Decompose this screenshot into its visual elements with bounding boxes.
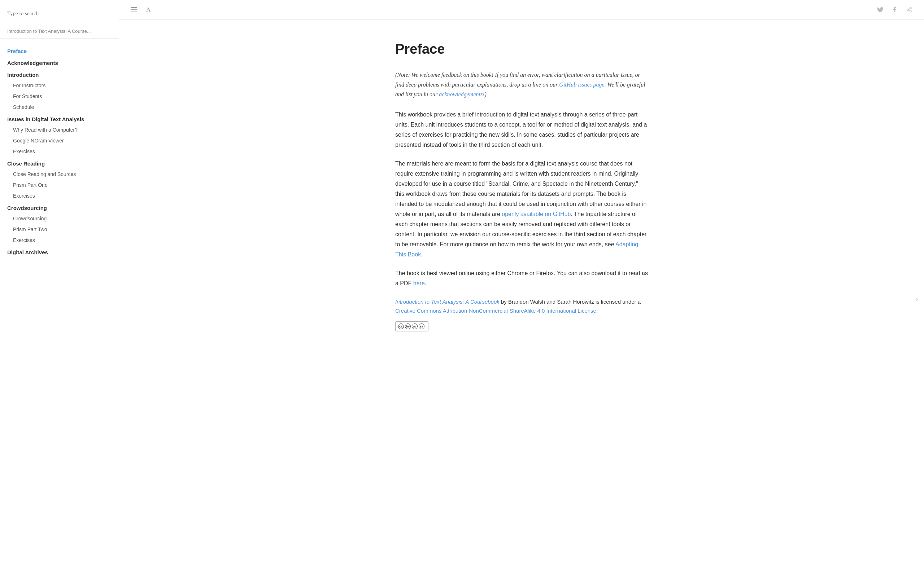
github-issues-link[interactable]: GitHub issues page xyxy=(559,82,604,88)
book-title-label[interactable]: Introduction to Text Analysis: A Course.… xyxy=(0,24,119,39)
sidebar-item-acknowledgements[interactable]: Acknowledgements xyxy=(0,56,119,68)
sidebar-item-digital-archives[interactable]: Digital Archives xyxy=(0,246,119,258)
toolbar-right xyxy=(876,6,913,14)
cc-icon: cc xyxy=(398,324,404,329)
search-container xyxy=(0,0,119,24)
svg-line-7 xyxy=(908,8,910,10)
sidebar-item-why-read-computer[interactable]: Why Read with a Computer? xyxy=(0,124,119,135)
para-3: The book is best viewed online using eit… xyxy=(395,268,648,288)
preface-note: (Note: We welcome feedback on this book!… xyxy=(395,70,648,100)
sidebar-item-close-reading[interactable]: Close Reading xyxy=(0,157,119,169)
coursebook-link[interactable]: Introduction to Text Analysis: A Courseb… xyxy=(395,298,499,305)
share-icon[interactable] xyxy=(905,6,913,14)
sidebar-item-crowdsourcing-sub[interactable]: Crowdsourcing xyxy=(0,213,119,224)
font-icon[interactable]: A xyxy=(144,6,152,14)
menu-icon[interactable] xyxy=(130,6,138,14)
nc-icon: nc xyxy=(412,324,418,329)
para-1: This workbook provides a brief introduct… xyxy=(395,110,648,150)
nav-list: PrefaceAcknowledgementsIntroductionFor I… xyxy=(0,39,119,577)
para3-start: The book is best viewed online using eit… xyxy=(395,270,648,286)
sidebar-item-exercises-1[interactable]: Exercises xyxy=(0,146,119,157)
sidebar-item-introduction[interactable]: Introduction xyxy=(0,68,119,80)
page-title: Preface xyxy=(395,42,648,57)
sidebar-item-issues-digital-text[interactable]: Issues in Digital Text Analysis xyxy=(0,113,119,124)
sidebar-item-exercises-3[interactable]: Exercises xyxy=(0,235,119,246)
sidebar-item-close-reading-sources[interactable]: Close Reading and Sources xyxy=(0,169,119,180)
acknowledgements-link[interactable]: acknowledgements xyxy=(439,91,483,97)
license-section: Introduction to Text Analysis: A Courseb… xyxy=(395,297,648,316)
para-2: The materials here are meant to form the… xyxy=(395,159,648,259)
svg-rect-0 xyxy=(131,7,137,8)
note-text-end: !) xyxy=(483,91,486,97)
svg-rect-2 xyxy=(131,11,137,12)
para2-start: The materials here are meant to form the… xyxy=(395,161,646,217)
license-end: . xyxy=(596,308,598,314)
github-link[interactable]: openly available on GitHub xyxy=(502,211,571,217)
content-wrapper: Preface (Note: We welcome feedback on th… xyxy=(119,20,924,577)
by-icon: by xyxy=(405,324,411,329)
sidebar-item-for-instructors[interactable]: For Instructors xyxy=(0,80,119,91)
twitter-icon[interactable] xyxy=(876,6,884,14)
svg-point-5 xyxy=(910,11,911,12)
sidebar-item-preface[interactable]: Preface xyxy=(0,44,119,56)
toolbar-left: A xyxy=(130,6,152,14)
sa-icon: sa xyxy=(419,324,425,329)
para2-end2: . xyxy=(421,251,422,258)
pdf-link[interactable]: here xyxy=(413,280,425,286)
svg-line-6 xyxy=(908,10,910,11)
para3-end: . xyxy=(425,280,426,286)
content-area: Preface (Note: We welcome feedback on th… xyxy=(359,20,684,577)
search-input[interactable] xyxy=(7,10,111,16)
sidebar-item-for-students[interactable]: For Students xyxy=(0,91,119,102)
sidebar-item-schedule[interactable]: Schedule xyxy=(0,102,119,113)
book-title-text: Introduction to Text Analysis: A Course.… xyxy=(7,29,91,34)
sidebar-item-prism-part-two[interactable]: Prism Part Two xyxy=(0,224,119,235)
license-middle: by Brandon Walsh and Sarah Horowitz is l… xyxy=(499,298,641,305)
svg-point-3 xyxy=(910,7,911,9)
cc-badge: cc by nc sa xyxy=(395,321,428,331)
sidebar-item-crowdsourcing[interactable]: Crowdsourcing xyxy=(0,201,119,213)
sidebar-item-google-ngram[interactable]: Google NGram Viewer xyxy=(0,135,119,146)
svg-point-4 xyxy=(907,9,908,10)
next-page-arrow[interactable]: › xyxy=(916,294,918,303)
facebook-icon[interactable] xyxy=(891,6,899,14)
sidebar-item-exercises-2[interactable]: Exercises xyxy=(0,190,119,201)
sidebar: Introduction to Text Analysis: A Course.… xyxy=(0,0,119,577)
toolbar: A xyxy=(119,0,924,20)
svg-rect-1 xyxy=(131,10,137,10)
sidebar-item-prism-part-one[interactable]: Prism Part One xyxy=(0,180,119,190)
main-area: A Preface xyxy=(119,0,924,577)
cc-license-link[interactable]: Creative Commons Attribution-NonCommerci… xyxy=(395,308,596,314)
